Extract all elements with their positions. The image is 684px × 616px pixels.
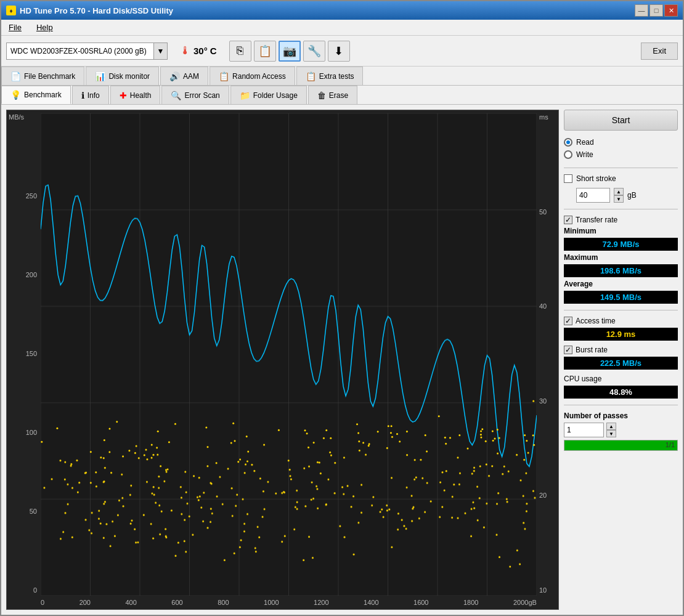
chart-container: MB/s 250 200 150 100 50 0 ms 50 40 30 20… (6, 110, 559, 610)
benchmark-chart (41, 113, 537, 596)
random-access-icon: 📋 (219, 71, 229, 81)
tab-error-scan-label: Error Scan (184, 91, 219, 100)
aam-icon: 🔊 (169, 71, 180, 81)
read-write-group: Read Write (564, 136, 678, 161)
stroke-input-row: ▲ ▼ gB (576, 188, 678, 203)
toolbar: ▼ 🌡 30° C ⎘ 📋 📷 🔧 ⬇ Exit (1, 36, 683, 67)
minimum-value: 72.9 MB/s (564, 238, 678, 251)
tab-info-label: Info (88, 91, 100, 100)
tab-random-access-label: Random Access (232, 72, 286, 81)
tab-aam[interactable]: 🔊 AAM (160, 67, 208, 85)
access-time-checkbox[interactable]: ✓ (564, 317, 572, 325)
progress-bar: 1/1 (564, 440, 678, 451)
disk-monitor-icon: 📊 (95, 71, 105, 81)
y-label-40ms: 40 (539, 302, 556, 310)
access-time-label: Access time (576, 317, 616, 325)
tab-erase[interactable]: 🗑 Erase (308, 86, 357, 104)
close-button[interactable]: ✕ (664, 4, 678, 17)
y-label-30ms: 30 (539, 397, 556, 405)
read-label: Read (576, 138, 594, 147)
y-axis-right: ms 50 40 30 20 10 (537, 113, 558, 594)
tab-extra-tests-label: Extra tests (319, 72, 354, 81)
download-button[interactable]: ⬇ (328, 41, 350, 62)
app-icon: ♦ (6, 6, 16, 15)
x-label-600: 600 (171, 599, 182, 606)
y-axis-left: MB/s 250 200 150 100 50 0 (7, 113, 39, 594)
tab-extra-tests[interactable]: 📋 Extra tests (296, 67, 364, 85)
y-label-100: 100 (9, 429, 37, 436)
tab-folder-usage[interactable]: 📁 Folder Usage (230, 86, 307, 104)
x-label-1800: 1800 (463, 599, 478, 606)
tab-aam-label: AAM (183, 72, 199, 81)
transfer-rate-label: Transfer rate (576, 216, 617, 224)
copy-button[interactable]: ⎘ (229, 41, 251, 62)
paste-button[interactable]: 📋 (254, 41, 276, 62)
transfer-rate-checkbox-row[interactable]: ✓ Transfer rate (564, 216, 678, 224)
passes-input-row: ▲ ▼ (564, 423, 678, 437)
tab-random-access[interactable]: 📋 Random Access (210, 67, 295, 85)
burst-rate-checkbox[interactable]: ✓ (564, 346, 572, 354)
tab-file-benchmark[interactable]: 📄 File Benchmark (1, 67, 84, 85)
short-stroke-row: Short stroke (564, 174, 678, 183)
maximize-button[interactable]: □ (649, 4, 663, 17)
folder-usage-icon: 📁 (240, 91, 250, 100)
tab-erase-label: Erase (329, 91, 348, 100)
write-label: Write (576, 150, 593, 159)
y-label-0: 0 (9, 586, 37, 594)
window-title: HD Tune Pro 5.70 - Hard Disk/SSD Utility (20, 6, 173, 15)
transfer-rate-section: ✓ Transfer rate Minimum 72.9 MB/s Maximu… (564, 216, 678, 304)
x-label-200: 200 (79, 599, 91, 606)
menu-file[interactable]: File (6, 22, 24, 33)
stroke-spin-down[interactable]: ▼ (614, 195, 624, 203)
x-label-800: 800 (218, 599, 229, 606)
error-scan-icon: 🔍 (171, 91, 181, 100)
y-label-ms: ms (539, 113, 556, 121)
progress-bar-fill (564, 440, 677, 450)
short-stroke-checkbox[interactable] (564, 174, 572, 183)
write-radio[interactable]: Write (564, 150, 678, 159)
temperature-display: 🌡 30° C (180, 44, 217, 57)
access-time-value: 12.9 ms (564, 328, 678, 341)
transfer-rate-checkbox[interactable]: ✓ (564, 216, 572, 224)
menu-bar: File Help (1, 20, 683, 36)
drive-arrow-button[interactable]: ▼ (154, 43, 168, 60)
tab-disk-monitor[interactable]: 📊 Disk monitor (86, 67, 159, 85)
cpu-usage-section: CPU usage 48.8% (564, 375, 678, 399)
x-axis: 0 200 400 600 800 1000 1200 1400 1600 18… (41, 596, 537, 609)
drive-dropdown[interactable] (6, 43, 154, 60)
tab-health[interactable]: ✚ Health (110, 86, 161, 104)
burst-rate-checkbox-row[interactable]: ✓ Burst rate (564, 346, 678, 354)
access-time-checkbox-row[interactable]: ✓ Access time (564, 317, 678, 325)
file-benchmark-icon: 📄 (10, 71, 21, 81)
health-icon: ✚ (120, 91, 127, 100)
passes-spin-up[interactable]: ▲ (606, 423, 616, 430)
start-button[interactable]: Start (564, 110, 678, 131)
tools-button[interactable]: 🔧 (303, 41, 325, 62)
x-label-0: 0 (41, 599, 44, 606)
tab-error-scan[interactable]: 🔍 Error Scan (161, 86, 229, 104)
passes-spin-down[interactable]: ▼ (606, 430, 616, 437)
side-panel: Start Read Write Short stroke (564, 110, 678, 610)
menu-help[interactable]: Help (34, 22, 55, 33)
read-radio[interactable]: Read (564, 138, 678, 147)
burst-rate-section: ✓ Burst rate 222.5 MB/s (564, 346, 678, 370)
average-label: Average (564, 280, 678, 288)
y-label-50ms: 50 (539, 208, 556, 216)
y-label-150: 150 (9, 350, 37, 357)
minimize-button[interactable]: — (635, 4, 648, 17)
access-time-section: ✓ Access time 12.9 ms (564, 317, 678, 341)
y-label-250: 250 (9, 192, 37, 200)
passes-label: Number of passes (564, 411, 678, 420)
passes-input[interactable] (564, 423, 604, 437)
tab-info[interactable]: ℹ Info (72, 86, 109, 104)
x-label-1400: 1400 (364, 599, 378, 606)
exit-button[interactable]: Exit (641, 43, 678, 60)
tab-benchmark[interactable]: 💡 Benchmark (1, 86, 71, 104)
toolbar-buttons: ⎘ 📋 📷 🔧 ⬇ (229, 41, 350, 62)
stroke-unit: gB (627, 191, 637, 200)
stroke-input[interactable] (576, 188, 610, 203)
x-label-1600: 1600 (413, 599, 428, 606)
x-label-1000: 1000 (264, 599, 279, 606)
stroke-spin-up[interactable]: ▲ (614, 188, 624, 195)
camera-button[interactable]: 📷 (279, 41, 301, 62)
